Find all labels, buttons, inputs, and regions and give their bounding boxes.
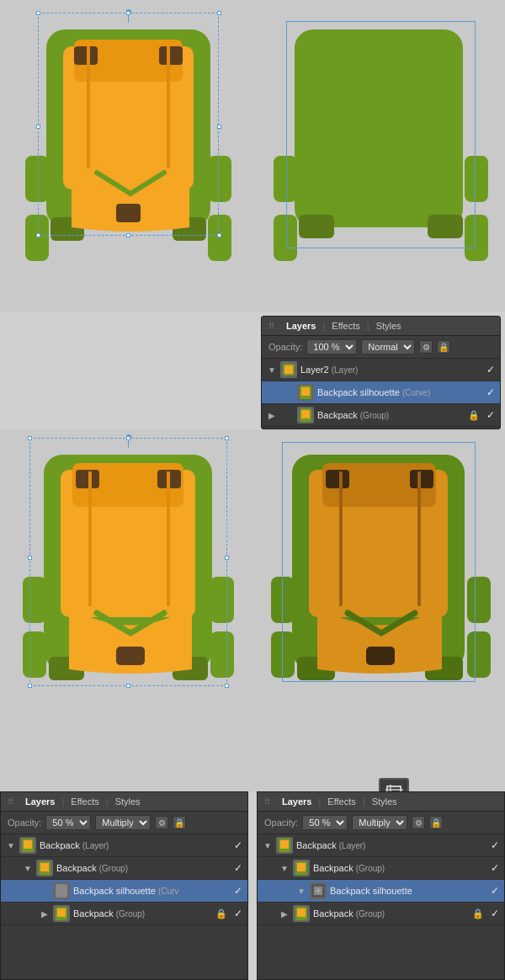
layer-name-silhouette-top: Backpack silhouette (Curve): [317, 387, 480, 397]
expand-silhouette-br[interactable]: ▼: [296, 886, 306, 896]
settings-icon-bl[interactable]: ⚙: [155, 816, 168, 829]
settings-icon-br[interactable]: ⚙: [412, 816, 425, 829]
layer-lock-br-3[interactable]: 🔒: [472, 908, 484, 919]
tab-styles-top[interactable]: Styles: [371, 320, 407, 332]
layer-check-bl-1[interactable]: ✓: [234, 839, 242, 851]
svg-rect-70: [280, 840, 289, 849]
svg-rect-34: [210, 631, 234, 678]
expand-backpack-br-1[interactable]: ▼: [263, 840, 273, 850]
expand-layer2[interactable]: ▼: [267, 365, 277, 375]
svg-rect-21: [299, 215, 334, 238]
tab-layers-top[interactable]: Layers: [281, 320, 321, 332]
svg-rect-22: [428, 215, 463, 238]
panel-tabs-br: ⠿ Layers | Effects | Styles: [258, 792, 504, 812]
expand-silhouette-top[interactable]: [284, 387, 294, 397]
panel-tabs-top: ⠿ Layers | Effects | Styles: [262, 317, 500, 336]
expand-backpack-bl-1[interactable]: ▼: [6, 840, 16, 850]
layer-row-silhouette-br[interactable]: ▼ Backpack silhouette ✓: [258, 880, 504, 903]
layer-check-br-3[interactable]: ✓: [491, 908, 499, 919]
layer-row-backpack-br-2[interactable]: ▼ Backpack (Group) ✓: [258, 857, 504, 880]
opacity-select-br[interactable]: 50 %: [302, 815, 348, 830]
blend-select-bl[interactable]: Multiply: [95, 815, 151, 830]
layer-check-br-1[interactable]: ✓: [491, 839, 499, 851]
layer-name-backpack-bl-1: Backpack (Layer): [40, 840, 227, 850]
layer-check-silhouette-top[interactable]: ✓: [486, 386, 495, 398]
tab-effects-bl[interactable]: Effects: [66, 796, 104, 807]
thumb-backpack-br-3: [293, 905, 310, 922]
lock-icon-top[interactable]: 🔒: [437, 340, 450, 354]
expand-backpack-br-2[interactable]: ▼: [279, 863, 290, 873]
layer-name-backpack-bl-3: Backpack (Group): [73, 908, 210, 919]
svg-rect-46: [271, 577, 295, 623]
thumb-backpack-bl-3: [53, 905, 70, 922]
layer-row-backpack-br-3[interactable]: ▶ Backpack (Group) 🔒 ✓: [258, 903, 504, 925]
lock-icon-br[interactable]: 🔒: [429, 816, 443, 829]
opacity-select-bl[interactable]: 50 %: [45, 815, 91, 830]
layer-row-backpack-bl-2[interactable]: ▼ Backpack (Group) ✓: [1, 857, 247, 880]
layer-row-layer2[interactable]: ▼ Layer2 (Layer) ✓: [262, 359, 500, 381]
canvas-mid-right[interactable]: [257, 429, 505, 791]
layer-check-layer2[interactable]: ✓: [486, 364, 495, 375]
canvas-top-left[interactable]: [0, 0, 257, 312]
svg-rect-54: [326, 470, 349, 488]
layer-lock-bl-3[interactable]: 🔒: [215, 908, 227, 919]
layer-row-backpack-bl-3[interactable]: ▶ Backpack (Group) 🔒 ✓: [1, 903, 247, 925]
settings-icon-top[interactable]: ⚙: [419, 340, 433, 354]
layer-name-layer2: Layer2 (Layer): [300, 365, 480, 375]
canvas-top-right[interactable]: [257, 0, 505, 312]
layer-row-backpack-bl-1[interactable]: ▼ Backpack (Layer) ✓: [1, 834, 247, 857]
layer-row-silhouette-top[interactable]: Backpack silhouette (Curve) ✓: [262, 381, 500, 404]
layer-name-backpack-br-3: Backpack (Group): [313, 908, 467, 919]
thumb-backpack-bl-1: [19, 837, 36, 854]
expand-backpack-bl-3[interactable]: ▶: [40, 908, 50, 919]
lock-icon-bl[interactable]: 🔒: [173, 816, 186, 829]
layer-check-silhouette-br[interactable]: ✓: [491, 885, 499, 897]
svg-rect-48: [467, 577, 491, 623]
tab-layers-br[interactable]: Layers: [277, 796, 316, 807]
layer-row-backpack-top[interactable]: ▶ Backpack (Group) 🔒 ✓: [262, 404, 500, 427]
backpack-mid-left-svg: [0, 429, 257, 791]
layer-name-backpack-br-2: Backpack (Group): [313, 863, 484, 873]
expand-backpack-top[interactable]: ▶: [267, 410, 277, 420]
handle-tr: [217, 11, 221, 15]
opacity-select-top[interactable]: 100 %: [306, 339, 357, 354]
tab-effects-br[interactable]: Effects: [322, 796, 360, 807]
thumb-layer2: [280, 361, 297, 378]
opacity-label-bl: Opacity:: [8, 818, 41, 828]
layer-row-backpack-br-1[interactable]: ▼ Backpack (Layer) ✓: [258, 834, 504, 857]
layer-check-bl-2[interactable]: ✓: [234, 862, 242, 874]
expand-backpack-bl-2[interactable]: ▼: [23, 863, 33, 873]
tab-styles-br[interactable]: Styles: [367, 796, 402, 807]
expand-silhouette-bl[interactable]: [40, 886, 50, 896]
thumb-backpack-bl-2: [36, 860, 53, 876]
handle-ml: [36, 125, 40, 129]
expand-backpack-br-3[interactable]: ▶: [279, 908, 290, 919]
layer-check-backpack-top[interactable]: ✓: [486, 409, 495, 421]
opacity-label-top: Opacity:: [268, 342, 302, 352]
blend-select-top[interactable]: Normal: [361, 339, 415, 354]
svg-rect-3: [25, 215, 49, 261]
thumb-silhouette-br: [310, 882, 327, 899]
anchor-line-top: [128, 14, 129, 23]
svg-rect-78: [297, 908, 306, 917]
opacity-row-br: Opacity: 50 % Multiply ⚙ 🔒: [258, 812, 504, 834]
svg-rect-18: [274, 215, 297, 261]
svg-rect-68: [57, 908, 66, 917]
layers-panel-top: ⠿ Layers | Effects | Styles Opacity: 100…: [261, 316, 501, 429]
layer-check-silhouette-bl[interactable]: ✓: [234, 885, 242, 897]
canvas-mid-left[interactable]: [0, 429, 257, 791]
tab-effects-top[interactable]: Effects: [327, 320, 364, 332]
svg-rect-55: [410, 470, 433, 488]
svg-rect-32: [23, 631, 46, 678]
tab-layers-bl[interactable]: Layers: [20, 796, 60, 807]
svg-rect-49: [467, 631, 491, 678]
layer-check-bl-3[interactable]: ✓: [234, 908, 242, 919]
layer-row-silhouette-bl[interactable]: Backpack silhouette (Curv ✓: [1, 880, 247, 903]
layer-check-br-2[interactable]: ✓: [491, 862, 499, 874]
svg-rect-5: [208, 215, 231, 261]
layer-lock-backpack-top[interactable]: 🔒: [468, 410, 480, 421]
blend-select-br[interactable]: Multiply: [352, 815, 407, 830]
thumb-silhouette-bl: [53, 882, 70, 899]
tab-styles-bl[interactable]: Styles: [110, 796, 146, 807]
svg-rect-11: [159, 46, 183, 65]
